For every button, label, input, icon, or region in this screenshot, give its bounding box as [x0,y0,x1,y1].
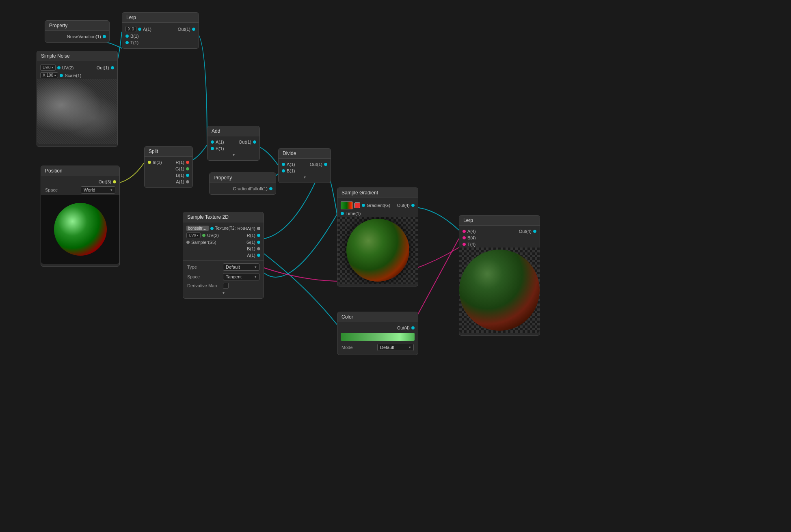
split-r-port[interactable] [186,161,189,164]
texture-space-value[interactable]: Tangent ▾ [223,273,259,280]
lerp2-b-label: B(4) [467,235,536,240]
add-body: A(1) Out(1) B(1) ▾ [207,136,259,160]
gradient-time-port[interactable] [341,212,344,215]
add-header: Add [207,126,259,136]
color-out-row: Out(4) [337,325,418,331]
property-node-1[interactable]: Property NoiseVariation(1) [45,20,110,43]
gradient-out-port[interactable] [411,204,415,207]
split-node[interactable]: Split In(3) R(1) G(1) B(1) A(1) [144,146,193,188]
texture-r-port[interactable] [257,234,260,237]
lerp2-preview [459,248,540,333]
lerp2-a-port[interactable] [462,230,466,233]
gradient-g-port[interactable] [362,204,365,207]
lerp-node-2[interactable]: Lerp A(4) Out(4) B(4) T(4) [459,215,540,336]
divide-expand[interactable]: ▾ [279,174,331,180]
position-out-port[interactable] [113,180,116,183]
lerp1-a-input-port[interactable] [138,28,141,31]
texture-tex-port[interactable] [210,227,214,230]
property-node-2[interactable]: Property GradientFalloff(1) [209,172,276,195]
lerp2-t-port[interactable] [462,243,466,246]
noise-uv-label: UV(2) [62,65,85,70]
texture-a-port[interactable] [257,254,260,257]
property-node-2-title: Property [214,175,232,181]
color-mode-value[interactable]: Default ▾ [377,344,414,351]
texture-space-arrow: ▾ [255,275,257,279]
divide-b-port[interactable] [282,169,285,172]
color-out-port[interactable] [411,326,415,330]
texture-type-value[interactable]: Default ▾ [223,263,259,271]
texture-deriv-checkbox[interactable] [223,283,229,289]
simple-noise-body: UV0 ▪ UV(2) Out(1) X 100 ▪ Scale(1) [37,61,117,146]
texture-a-row: A(1) [183,252,264,258]
add-b-port[interactable] [211,147,214,150]
position-header: Position [41,166,119,176]
texture-g-port[interactable] [257,241,260,244]
split-b-port[interactable] [186,174,189,177]
split-body: In(3) R(1) G(1) B(1) A(1) [145,157,192,187]
simple-noise-node[interactable]: Simple Noise UV0 ▪ UV(2) Out(1) X 100 ▪ … [37,51,118,147]
texture-b-port[interactable] [257,247,260,250]
position-space-val-text: World [84,187,95,192]
lerp2-out-label: Out(4) [500,229,532,234]
position-space-value[interactable]: World ▾ [81,186,115,194]
sample-gradient-header: Sample Gradient [337,188,418,198]
lerp-node-2-body: A(4) Out(4) B(4) T(4) [459,226,540,335]
add-a-row: A(1) Out(1) [207,139,259,145]
texture-uv-port[interactable] [202,234,205,237]
position-space-label: Space [45,187,78,192]
texture-deriv-row: Derivative Map [183,282,264,290]
noise-scale-port[interactable] [60,74,63,77]
property-node-1-body: NoiseVariation(1) [45,31,109,42]
split-g-port[interactable] [186,167,189,170]
lerp2-sphere [459,250,540,331]
divide-node[interactable]: Divide A(1) Out(1) B(1) ▾ [278,148,331,183]
lerp2-out-port[interactable] [533,230,536,233]
lerp2-a-row: A(4) Out(4) [459,228,540,235]
add-node[interactable]: Add A(1) Out(1) B(1) ▾ [207,126,260,161]
split-b-label: B(1) [148,173,184,178]
add-expand[interactable]: ▾ [207,152,259,158]
texture-type-label: Type [187,265,220,269]
sample-texture-header: Sample Texture 2D [183,212,264,222]
divide-a-port[interactable] [282,163,285,166]
texture-expand[interactable]: ▾ [183,290,264,296]
lerp1-a-label: A(1) [143,27,166,32]
texture-rgba-port[interactable] [257,227,260,230]
texture-divider1 [183,260,264,261]
lerp1-x0-badge: X 0 [125,26,136,32]
sample-texture-node[interactable]: Sample Texture 2D bonsaitreetir Texture(… [183,212,264,299]
color-node[interactable]: Color Out(4) Mode Default ▾ [337,312,418,355]
add-a-port[interactable] [211,140,214,144]
add-out-port[interactable] [253,140,256,144]
position-node[interactable]: Position Out(3) Space World ▾ [41,166,120,267]
property2-out-port[interactable] [269,187,272,190]
sample-gradient-node[interactable]: Sample Gradient Gradient(G) Out(4) Time(… [337,187,418,286]
noise-scale-badge: X 100 ▪ [40,72,58,78]
texture-sampler-port[interactable] [186,241,190,244]
split-in-port[interactable] [148,161,151,164]
noise-uv-port[interactable] [57,66,61,69]
property-node-2-body: GradientFalloff(1) [210,183,276,194]
texture-type-val-text: Default [226,265,240,269]
texture-tex-row: bonsaitreetir Texture(T2; RGBA(4) [183,225,264,232]
lerp1-b-port[interactable] [125,34,129,38]
lerp1-t-row: T(1) [122,39,199,46]
position-sphere [54,203,107,256]
texture-uv-label: UV(2) [207,233,230,238]
split-a-row: A(1) [145,179,192,185]
gradient-time-label: Time(1) [346,211,415,216]
color-mode-val-text: Default [380,345,394,350]
lerp2-b-port[interactable] [462,236,466,239]
lerp1-t-port[interactable] [125,41,129,44]
split-a-port[interactable] [186,180,189,183]
property-node-1-output-port[interactable] [103,35,106,38]
texture-sampler-row: Sampler(S5) G(1) [183,239,264,246]
texture-deriv-label: Derivative Map [187,283,220,288]
property-node-1-title: Property [49,23,67,28]
lerp1-out-port[interactable] [192,28,195,31]
split-g-row: G(1) [145,166,192,172]
position-out-row: Out(3) [41,179,119,185]
lerp-node-1[interactable]: Lerp X 0 A(1) Out(1) B(1) T(1) [122,12,199,49]
divide-out-port[interactable] [324,163,327,166]
noise-out-port[interactable] [111,66,114,69]
